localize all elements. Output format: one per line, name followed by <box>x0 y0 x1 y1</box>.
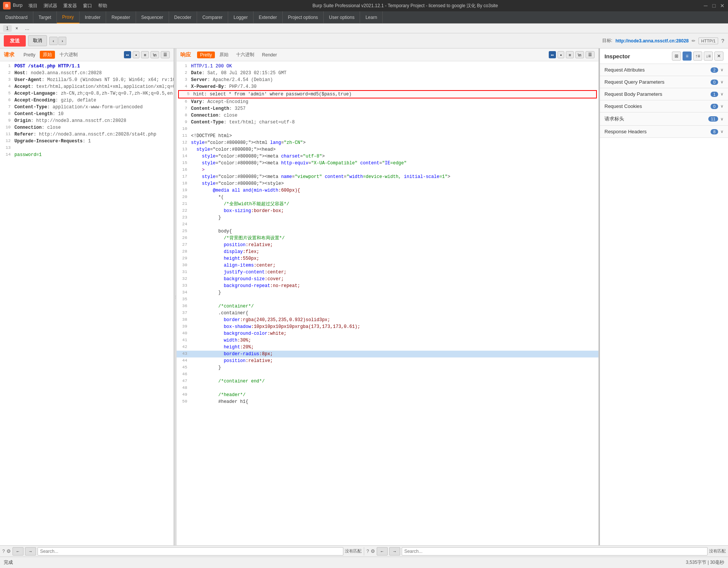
maximize-button[interactable]: □ <box>711 3 717 8</box>
inspector-section-header-2[interactable]: Request Body Parameters1∨ <box>600 88 728 100</box>
resp-no-match-label: 没有匹配 <box>709 548 726 554</box>
inspector-section-header-3[interactable]: Request Cookies0∨ <box>600 100 728 112</box>
request-tab-more[interactable]: … <box>22 25 33 32</box>
inspector-section-header-5[interactable]: Response Headers8∨ <box>600 126 728 137</box>
tab-project-options[interactable]: Project options <box>283 11 324 23</box>
toolbar: 发送 取消 ‹ › 目标: http://node3.anna.nssctf.c… <box>0 33 728 48</box>
response-code-area[interactable]: 1HTTP/1.1 200 OK2Date: Sat, 08 Jul 2023 … <box>177 61 598 545</box>
action-bar: 1 × … <box>0 23 728 33</box>
table-row: 4X-Powered-By: PHP/7.4.30 <box>177 83 598 90</box>
inspector-section-header-1[interactable]: Request Query Parameters0∨ <box>600 76 728 88</box>
table-row: 1POST /sta4t.php HTTP/1.1 <box>0 63 174 70</box>
resp-tab-render[interactable]: Render <box>259 51 280 58</box>
req-search-help-icon[interactable]: ? <box>2 549 5 554</box>
req-tab-hex[interactable]: 十六进制 <box>56 51 81 59</box>
edit-target-icon[interactable]: ✏ <box>692 38 695 44</box>
table-row: 39 box-shadow:10px10px10px10pxrgba(173,1… <box>177 323 598 330</box>
request-tab-1[interactable]: 1 <box>3 25 12 32</box>
inspector-grid-icon[interactable]: ⊞ <box>672 51 681 61</box>
req-tab-pretty[interactable]: Pretty <box>20 51 38 58</box>
cancel-button[interactable]: 取消 <box>28 35 47 46</box>
tab-repeater[interactable]: Repeater <box>106 11 136 23</box>
target-info: 目标: http://node3.anna.nssctf.cn:28028 ✏ … <box>602 37 724 44</box>
inspector-section-title: 请求标头 <box>604 115 624 122</box>
minimize-button[interactable]: ─ <box>703 3 708 8</box>
table-row: 45 } <box>177 364 598 371</box>
resp-search-gear-icon[interactable]: ⚙ <box>371 548 375 554</box>
inspector-sort-asc-icon[interactable]: ↑≡ <box>693 51 702 61</box>
tab-learn[interactable]: Learn <box>360 11 383 23</box>
tab-target[interactable]: Target <box>33 11 57 23</box>
resp-tab-raw[interactable]: 原始 <box>216 51 232 59</box>
req-search-gear-icon[interactable]: ⚙ <box>6 548 11 554</box>
inspector-close-icon[interactable]: ✕ <box>714 51 723 61</box>
inspector-section-header-4[interactable]: 请求标头11∨ <box>600 112 728 125</box>
req-view-split[interactable]: ▪▪ <box>124 51 132 58</box>
req-tab-raw[interactable]: 原始 <box>40 51 55 59</box>
resp-tab-pretty[interactable]: Pretty <box>197 51 215 58</box>
http-help-icon[interactable]: ? <box>721 38 724 44</box>
prev-request-button[interactable]: ‹ <box>49 37 58 45</box>
tab-user-options[interactable]: User options <box>324 11 360 23</box>
inspector-section-header-0[interactable]: Request Attributes2∨ <box>600 64 728 76</box>
tab-proxy[interactable]: Proxy <box>57 11 80 23</box>
req-search-prev[interactable]: ← <box>13 547 23 556</box>
req-search-next[interactable]: → <box>25 547 36 556</box>
table-row: 47 /*container end*/ <box>177 378 598 385</box>
req-view-single[interactable]: ▪ <box>133 51 139 58</box>
tab-comparer[interactable]: Comparer <box>197 11 228 23</box>
inspector-title: Inspector <box>604 53 630 59</box>
resp-tab-hex[interactable]: 十六进制 <box>233 51 257 59</box>
next-request-button[interactable]: › <box>58 37 67 45</box>
menu-window[interactable]: 窗口 <box>83 3 92 9</box>
close-button[interactable]: ✕ <box>720 3 725 8</box>
inspector-sort-desc-icon[interactable]: ↓≡ <box>704 51 713 61</box>
table-row: 28 display:flex; <box>177 248 598 255</box>
menu-burp[interactable]: Burp <box>13 3 22 9</box>
resp-search-prev[interactable]: ← <box>377 547 388 556</box>
resp-search-next[interactable]: → <box>389 547 400 556</box>
table-row: 8Connection: close <box>177 112 598 119</box>
response-tabs: Pretty 原始 十六进制 Render <box>197 51 280 59</box>
menu-help[interactable]: 帮助 <box>98 3 107 9</box>
tab-decoder[interactable]: Decoder <box>169 11 197 23</box>
table-row: 42 height:20%; <box>177 344 598 351</box>
resp-tool-n[interactable]: \n <box>575 51 584 58</box>
resp-view-single[interactable]: ▪ <box>557 51 564 58</box>
request-tab-close[interactable]: × <box>13 25 21 32</box>
inspector-list-icon[interactable]: ≡ <box>683 51 692 61</box>
table-row: 33 background-repeat:no-repeat; <box>177 282 598 289</box>
tab-logger[interactable]: Logger <box>228 11 253 23</box>
menu-resender[interactable]: 重发器 <box>63 3 77 9</box>
request-panel-title: 请求 <box>4 51 14 58</box>
request-search-input[interactable] <box>38 547 343 556</box>
send-button[interactable]: 发送 <box>4 35 26 47</box>
resp-tool-menu[interactable]: ☰ <box>586 51 595 58</box>
tab-intruder[interactable]: Intruder <box>80 11 106 23</box>
tab-sequencer[interactable]: Sequencer <box>136 11 169 23</box>
response-tools: ▪▪ ▪ ≡ \n ☰ <box>549 51 595 58</box>
target-url[interactable]: http://node3.anna.nssctf.cn:28028 <box>615 38 689 44</box>
table-row: 49 /*header*/ <box>177 392 598 398</box>
req-view-multi[interactable]: ≡ <box>141 51 149 58</box>
menu-project[interactable]: 项目 <box>28 3 38 9</box>
resp-search-help-icon[interactable]: ? <box>366 549 369 554</box>
menu-tester[interactable]: 测试器 <box>44 3 57 9</box>
menu-bar[interactable]: Burp 项目 测试器 重发器 窗口 帮助 <box>13 3 107 9</box>
resp-view-split[interactable]: ▪▪ <box>549 51 556 58</box>
chevron-down-icon: ∨ <box>720 92 723 97</box>
tab-extender[interactable]: Extender <box>254 11 283 23</box>
req-tool-menu[interactable]: ☰ <box>161 51 170 58</box>
nav-arrows: ‹ › <box>49 37 66 45</box>
req-tool-n[interactable]: \n <box>150 51 159 58</box>
tab-dashboard[interactable]: Dashboard <box>0 11 33 23</box>
inspector-section-title: Request Query Parameters <box>604 79 664 85</box>
table-row: 1HTTP/1.1 200 OK <box>177 63 598 70</box>
table-row: 46 <box>177 371 598 378</box>
table-row: 24 <box>177 221 598 228</box>
request-code-area[interactable]: 1POST /sta4t.php HTTP/1.12Host: node3.an… <box>0 61 174 545</box>
window-controls[interactable]: ─ □ ✕ <box>703 3 725 8</box>
table-row: 11Referer: http://node3.anna.nssctf.cn:2… <box>0 131 174 138</box>
resp-view-multi[interactable]: ≡ <box>566 51 573 58</box>
response-search-input[interactable] <box>402 547 708 556</box>
